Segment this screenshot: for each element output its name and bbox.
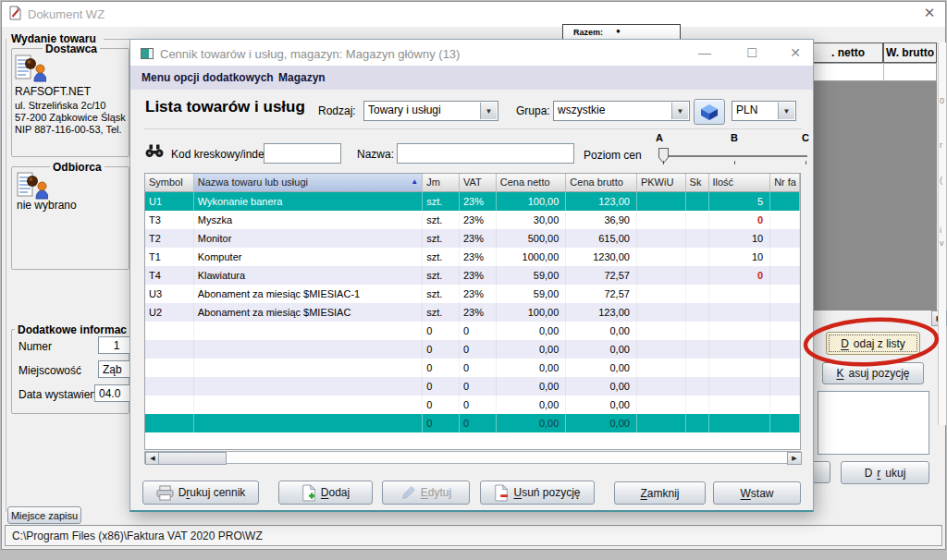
table-cell [637, 266, 686, 285]
table-row[interactable]: T1Komputerszt.23%1000,001230,0010 [145, 248, 800, 266]
table-row[interactable]: 000,000,00 [145, 340, 800, 359]
clipped-text-fragment: r [940, 140, 942, 150]
table-cell [686, 229, 709, 248]
column-header[interactable]: PKWiU [637, 174, 686, 192]
column-header[interactable]: Sk [686, 174, 709, 192]
magazyn-cube-button[interactable] [694, 99, 725, 125]
rodzaj-dropdown[interactable]: Towary i usługi ▼ [363, 101, 498, 121]
nazwa-input[interactable] [397, 143, 574, 164]
table-row[interactable]: U1Wykonanie baneraszt.23%100,00123,005 [145, 192, 800, 211]
table-cell: 23% [460, 303, 497, 322]
chevron-down-icon[interactable]: ▼ [671, 103, 688, 119]
column-header[interactable]: Cena brutto [566, 174, 637, 192]
dialog-close-icon[interactable]: ✕ [776, 40, 815, 66]
table-row[interactable]: 000,000,00 [145, 322, 800, 340]
minimize-icon[interactable]: — [685, 40, 724, 66]
drukuj-button[interactable]: Drukuj [841, 461, 929, 484]
doc-column-brutto[interactable]: W. brutto [883, 43, 937, 63]
chevron-down-icon[interactable]: ▼ [480, 103, 497, 119]
wstaw-button[interactable]: Wstaw [713, 481, 801, 505]
scrollbar-thumb[interactable] [158, 452, 227, 465]
price-level-slider-track[interactable] [662, 155, 807, 157]
table-cell: 0 [423, 359, 460, 377]
maximize-icon[interactable]: ☐ [732, 40, 771, 66]
notes-listbox[interactable] [818, 391, 929, 455]
table-cell: szt. [423, 285, 460, 303]
scroll-right-icon[interactable]: ▶ [787, 452, 802, 465]
table-cell: Komputer [194, 248, 423, 266]
table-row[interactable]: T4Klawiaturaszt.23%59,0072,570 [145, 266, 800, 285]
main-window-title: Dokument WZ [28, 7, 105, 21]
supplier-address-1: ul. Strzelińska 2c/10 [15, 100, 129, 111]
table-cell: 0 [460, 322, 497, 340]
menu-opcje-dodatkowe[interactable]: Menu opcji dodatkowych [141, 71, 274, 84]
doc-column-netto[interactable]: . netto [813, 43, 883, 63]
table-row[interactable]: T3Myszkaszt.23%30,0036,900 [145, 211, 800, 229]
column-header[interactable]: Nr fa [770, 174, 800, 192]
edytuj-button[interactable]: Edytuj [382, 481, 470, 505]
supplier-contact-icon [15, 53, 46, 82]
table-cell [637, 192, 686, 211]
table-cell [709, 377, 771, 396]
slider-tick [734, 161, 735, 164]
table-cell [686, 377, 709, 396]
table-row[interactable]: U3Abonament za miesiąc $MIESIAC-1szt.23%… [145, 285, 800, 303]
table-cell [686, 192, 709, 211]
table-cell: 0 [460, 359, 497, 377]
column-header[interactable]: Ilość [709, 174, 771, 192]
dodaj-z-listy-button[interactable]: Dodaj z listy [826, 332, 920, 355]
table-body: U1Wykonanie baneraszt.23%100,00123,005T3… [145, 192, 800, 432]
products-table: SymbolNazwa towaru lub usługi▲JmVATCena … [144, 173, 801, 450]
barcode-input[interactable] [264, 143, 341, 164]
miejscowosc-label: Miejscowość [18, 364, 81, 377]
miejsce-zapisu-button[interactable]: Miejsce zapisu [7, 506, 81, 524]
table-cell [770, 377, 800, 396]
column-header[interactable]: Cena netto [497, 174, 567, 192]
currency-dropdown[interactable]: PLN ▼ [732, 101, 796, 121]
table-cell: 10 [709, 248, 771, 266]
table-row[interactable]: 000,000,00 [145, 414, 800, 432]
column-header[interactable]: Jm [423, 174, 460, 192]
table-cell: U1 [145, 192, 194, 211]
dodaj-button[interactable]: Dodaj [278, 481, 373, 505]
table-cell: 72,57 [566, 266, 637, 285]
table-row[interactable]: 000,000,00 [145, 377, 800, 396]
table-hscrollbar[interactable]: ◀ ▶ [144, 451, 801, 464]
binoculars-search-icon [145, 143, 164, 158]
table-row[interactable]: 000,000,00 [145, 396, 800, 414]
table-cell [637, 285, 686, 303]
table-cell: 100,00 [497, 303, 567, 322]
table-cell: 0,00 [566, 340, 637, 359]
supplier-label: Dostawca [43, 43, 100, 55]
main-close-icon[interactable]: ✕ [919, 5, 940, 23]
table-row[interactable]: U2Abonament za miesiąc $MIESIACszt.23%10… [145, 303, 800, 322]
drukuj-cennik-button[interactable]: Drukuj cennik [142, 481, 259, 505]
status-path: C:\Program Files (x86)\Faktura VAT 2020 … [12, 530, 263, 542]
table-cell [686, 340, 709, 359]
table-cell [686, 414, 709, 432]
table-cell: 1230,00 [566, 248, 637, 266]
column-header[interactable]: Nazwa towaru lub usługi▲ [194, 174, 423, 192]
kasuj-pozycje-button[interactable]: Kasuj pozycję [822, 362, 924, 384]
usun-pozycje-button[interactable]: Usuń pozycję [480, 481, 595, 505]
column-header[interactable]: VAT [460, 174, 497, 192]
column-header[interactable]: Symbol [145, 174, 194, 192]
razem-radio-icon[interactable]: ● [616, 27, 621, 35]
nazwa-label: Nazwa: [357, 148, 394, 161]
table-cell: Abonament za miesiąc $MIESIAC-1 [194, 285, 423, 303]
slider-tick [663, 161, 664, 164]
chevron-down-icon[interactable]: ▼ [778, 103, 794, 119]
table-cell: 0,00 [566, 414, 637, 432]
table-cell [194, 414, 423, 432]
supplier-name: RAFSOFT.NET [15, 85, 126, 98]
grupa-dropdown[interactable]: wszystkie ▼ [553, 101, 690, 121]
button-label: Wstaw [740, 487, 773, 500]
doc-table-area [813, 81, 937, 310]
table-row[interactable]: 000,000,00 [145, 359, 800, 377]
table-row[interactable]: T2Monitorszt.23%500,00615,0010 [145, 229, 800, 248]
clipped-right-strip: 0r(iv [938, 43, 946, 425]
price-level-a: A [656, 132, 663, 143]
menu-magazyn[interactable]: Magazyn [278, 71, 326, 84]
zamknij-button[interactable]: Zamknij [614, 481, 706, 505]
supplier-address-2: 57-200 Ząbkowice Śląsk [15, 112, 133, 123]
